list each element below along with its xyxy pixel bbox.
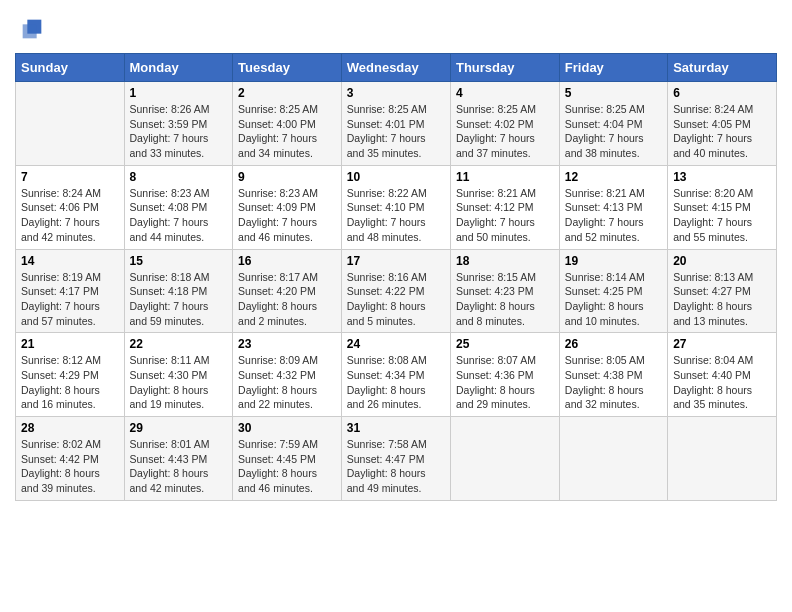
- week-row-1: 1Sunrise: 8:26 AMSunset: 3:59 PMDaylight…: [16, 82, 777, 166]
- day-header-saturday: Saturday: [668, 54, 777, 82]
- day-info: Sunrise: 8:09 AMSunset: 4:32 PMDaylight:…: [238, 353, 336, 412]
- calendar-cell: 23Sunrise: 8:09 AMSunset: 4:32 PMDayligh…: [233, 333, 342, 417]
- day-number: 24: [347, 337, 445, 351]
- day-info: Sunrise: 8:13 AMSunset: 4:27 PMDaylight:…: [673, 270, 771, 329]
- day-number: 3: [347, 86, 445, 100]
- day-info: Sunrise: 8:18 AMSunset: 4:18 PMDaylight:…: [130, 270, 228, 329]
- day-number: 26: [565, 337, 662, 351]
- calendar-table: SundayMondayTuesdayWednesdayThursdayFrid…: [15, 53, 777, 501]
- day-number: 23: [238, 337, 336, 351]
- logo-icon: [18, 15, 46, 43]
- calendar-cell: 4Sunrise: 8:25 AMSunset: 4:02 PMDaylight…: [450, 82, 559, 166]
- calendar-cell: 16Sunrise: 8:17 AMSunset: 4:20 PMDayligh…: [233, 249, 342, 333]
- calendar-cell: 29Sunrise: 8:01 AMSunset: 4:43 PMDayligh…: [124, 417, 233, 501]
- day-number: 8: [130, 170, 228, 184]
- calendar-cell: 19Sunrise: 8:14 AMSunset: 4:25 PMDayligh…: [559, 249, 667, 333]
- day-number: 6: [673, 86, 771, 100]
- day-info: Sunrise: 8:11 AMSunset: 4:30 PMDaylight:…: [130, 353, 228, 412]
- calendar-header: SundayMondayTuesdayWednesdayThursdayFrid…: [16, 54, 777, 82]
- day-info: Sunrise: 8:20 AMSunset: 4:15 PMDaylight:…: [673, 186, 771, 245]
- day-number: 19: [565, 254, 662, 268]
- day-number: 27: [673, 337, 771, 351]
- day-number: 11: [456, 170, 554, 184]
- day-info: Sunrise: 8:22 AMSunset: 4:10 PMDaylight:…: [347, 186, 445, 245]
- day-number: 15: [130, 254, 228, 268]
- calendar-cell: 12Sunrise: 8:21 AMSunset: 4:13 PMDayligh…: [559, 165, 667, 249]
- calendar-cell: 6Sunrise: 8:24 AMSunset: 4:05 PMDaylight…: [668, 82, 777, 166]
- day-number: 18: [456, 254, 554, 268]
- day-number: 13: [673, 170, 771, 184]
- day-number: 16: [238, 254, 336, 268]
- day-number: 21: [21, 337, 119, 351]
- calendar-cell: [668, 417, 777, 501]
- day-header-monday: Monday: [124, 54, 233, 82]
- day-info: Sunrise: 8:02 AMSunset: 4:42 PMDaylight:…: [21, 437, 119, 496]
- day-number: 9: [238, 170, 336, 184]
- day-header-sunday: Sunday: [16, 54, 125, 82]
- day-info: Sunrise: 8:15 AMSunset: 4:23 PMDaylight:…: [456, 270, 554, 329]
- day-number: 17: [347, 254, 445, 268]
- day-info: Sunrise: 8:21 AMSunset: 4:13 PMDaylight:…: [565, 186, 662, 245]
- calendar-cell: 22Sunrise: 8:11 AMSunset: 4:30 PMDayligh…: [124, 333, 233, 417]
- calendar-cell: 25Sunrise: 8:07 AMSunset: 4:36 PMDayligh…: [450, 333, 559, 417]
- day-info: Sunrise: 8:05 AMSunset: 4:38 PMDaylight:…: [565, 353, 662, 412]
- day-info: Sunrise: 8:25 AMSunset: 4:04 PMDaylight:…: [565, 102, 662, 161]
- calendar-cell: 7Sunrise: 8:24 AMSunset: 4:06 PMDaylight…: [16, 165, 125, 249]
- calendar-cell: 30Sunrise: 7:59 AMSunset: 4:45 PMDayligh…: [233, 417, 342, 501]
- day-number: 2: [238, 86, 336, 100]
- day-info: Sunrise: 8:24 AMSunset: 4:06 PMDaylight:…: [21, 186, 119, 245]
- day-header-tuesday: Tuesday: [233, 54, 342, 82]
- day-info: Sunrise: 8:14 AMSunset: 4:25 PMDaylight:…: [565, 270, 662, 329]
- week-row-2: 7Sunrise: 8:24 AMSunset: 4:06 PMDaylight…: [16, 165, 777, 249]
- day-info: Sunrise: 8:23 AMSunset: 4:08 PMDaylight:…: [130, 186, 228, 245]
- calendar-cell: 31Sunrise: 7:58 AMSunset: 4:47 PMDayligh…: [341, 417, 450, 501]
- day-info: Sunrise: 7:59 AMSunset: 4:45 PMDaylight:…: [238, 437, 336, 496]
- calendar-cell: 3Sunrise: 8:25 AMSunset: 4:01 PMDaylight…: [341, 82, 450, 166]
- day-info: Sunrise: 7:58 AMSunset: 4:47 PMDaylight:…: [347, 437, 445, 496]
- calendar-cell: 26Sunrise: 8:05 AMSunset: 4:38 PMDayligh…: [559, 333, 667, 417]
- day-number: 14: [21, 254, 119, 268]
- day-header-thursday: Thursday: [450, 54, 559, 82]
- day-number: 29: [130, 421, 228, 435]
- calendar-cell: 10Sunrise: 8:22 AMSunset: 4:10 PMDayligh…: [341, 165, 450, 249]
- calendar-cell: 17Sunrise: 8:16 AMSunset: 4:22 PMDayligh…: [341, 249, 450, 333]
- day-info: Sunrise: 8:21 AMSunset: 4:12 PMDaylight:…: [456, 186, 554, 245]
- day-info: Sunrise: 8:16 AMSunset: 4:22 PMDaylight:…: [347, 270, 445, 329]
- page-header: [15, 15, 777, 43]
- day-number: 20: [673, 254, 771, 268]
- day-header-friday: Friday: [559, 54, 667, 82]
- logo: [15, 15, 46, 43]
- day-number: 30: [238, 421, 336, 435]
- day-info: Sunrise: 8:23 AMSunset: 4:09 PMDaylight:…: [238, 186, 336, 245]
- day-info: Sunrise: 8:25 AMSunset: 4:00 PMDaylight:…: [238, 102, 336, 161]
- calendar-cell: 14Sunrise: 8:19 AMSunset: 4:17 PMDayligh…: [16, 249, 125, 333]
- day-info: Sunrise: 8:24 AMSunset: 4:05 PMDaylight:…: [673, 102, 771, 161]
- day-header-wednesday: Wednesday: [341, 54, 450, 82]
- day-info: Sunrise: 8:25 AMSunset: 4:02 PMDaylight:…: [456, 102, 554, 161]
- week-row-5: 28Sunrise: 8:02 AMSunset: 4:42 PMDayligh…: [16, 417, 777, 501]
- day-number: 1: [130, 86, 228, 100]
- day-info: Sunrise: 8:26 AMSunset: 3:59 PMDaylight:…: [130, 102, 228, 161]
- day-info: Sunrise: 8:01 AMSunset: 4:43 PMDaylight:…: [130, 437, 228, 496]
- calendar-cell: [16, 82, 125, 166]
- day-number: 5: [565, 86, 662, 100]
- calendar-cell: 5Sunrise: 8:25 AMSunset: 4:04 PMDaylight…: [559, 82, 667, 166]
- day-info: Sunrise: 8:08 AMSunset: 4:34 PMDaylight:…: [347, 353, 445, 412]
- day-info: Sunrise: 8:04 AMSunset: 4:40 PMDaylight:…: [673, 353, 771, 412]
- day-info: Sunrise: 8:17 AMSunset: 4:20 PMDaylight:…: [238, 270, 336, 329]
- calendar-cell: 2Sunrise: 8:25 AMSunset: 4:00 PMDaylight…: [233, 82, 342, 166]
- calendar-cell: 20Sunrise: 8:13 AMSunset: 4:27 PMDayligh…: [668, 249, 777, 333]
- calendar-cell: [450, 417, 559, 501]
- calendar-cell: 13Sunrise: 8:20 AMSunset: 4:15 PMDayligh…: [668, 165, 777, 249]
- svg-marker-1: [23, 24, 37, 38]
- calendar-cell: 18Sunrise: 8:15 AMSunset: 4:23 PMDayligh…: [450, 249, 559, 333]
- day-number: 12: [565, 170, 662, 184]
- day-info: Sunrise: 8:19 AMSunset: 4:17 PMDaylight:…: [21, 270, 119, 329]
- day-number: 31: [347, 421, 445, 435]
- day-number: 22: [130, 337, 228, 351]
- day-number: 10: [347, 170, 445, 184]
- day-number: 7: [21, 170, 119, 184]
- calendar-cell: 11Sunrise: 8:21 AMSunset: 4:12 PMDayligh…: [450, 165, 559, 249]
- calendar-cell: 15Sunrise: 8:18 AMSunset: 4:18 PMDayligh…: [124, 249, 233, 333]
- day-info: Sunrise: 8:12 AMSunset: 4:29 PMDaylight:…: [21, 353, 119, 412]
